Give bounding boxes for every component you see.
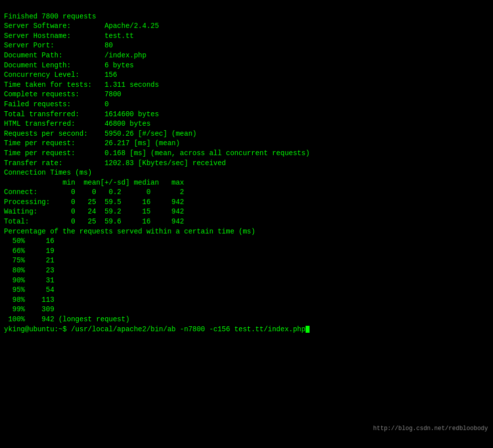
terminal-line: Time taken for tests: 1.311 seconds	[4, 80, 489, 90]
terminal-line: Finished 7800 requests	[4, 12, 489, 22]
prompt-text: yking@ubuntu:~$ /usr/local/apache2/bin/a…	[4, 325, 306, 335]
terminal-line: Complete requests: 7800	[4, 90, 489, 100]
terminal-line: Waiting: 0 24 59.2 15 942	[4, 207, 489, 217]
terminal-line: 75% 21	[4, 256, 489, 266]
watermark: http://blog.csdn.net/redbloobody	[373, 425, 488, 433]
terminal-line: Time per request: 0.168 [ms] (mean, acro…	[4, 149, 489, 159]
terminal-line: 100% 942 (longest request)	[4, 315, 489, 325]
terminal-line: Time per request: 26.217 [ms] (mean)	[4, 139, 489, 149]
terminal-line: Percentage of the requests served within…	[4, 227, 489, 237]
terminal-line: Requests per second: 5950.26 [#/sec] (me…	[4, 129, 489, 139]
terminal-line: Failed requests: 0	[4, 100, 489, 110]
terminal-line: Server Hostname: test.tt	[4, 31, 489, 41]
terminal-line: 90% 31	[4, 276, 489, 286]
terminal-line: 99% 309	[4, 305, 489, 315]
terminal-line: Total: 0 25 59.6 16 942	[4, 217, 489, 227]
terminal-line: 66% 19	[4, 246, 489, 256]
terminal-line: Server Software: Apache/2.4.25	[4, 21, 489, 31]
terminal-line: Processing: 0 25 59.5 16 942	[4, 198, 489, 208]
terminal-line: Total transferred: 1614600 bytes	[4, 110, 489, 120]
prompt-line: yking@ubuntu:~$ /usr/local/apache2/bin/a…	[4, 325, 489, 335]
terminal-line: Connection Times (ms)	[4, 168, 489, 178]
terminal-line: Connect: 0 0 0.2 0 2	[4, 188, 489, 198]
terminal-line: Transfer rate: 1202.83 [Kbytes/sec] rece…	[4, 159, 489, 169]
terminal-line: 98% 113	[4, 295, 489, 305]
terminal-line: Document Length: 6 bytes	[4, 61, 489, 71]
terminal-line: 95% 54	[4, 285, 489, 295]
terminal-output: Finished 7800 requestsServer Software: A…	[4, 2, 489, 325]
cursor	[306, 326, 310, 333]
terminal-line: Concurrency Level: 156	[4, 70, 489, 80]
terminal-line: HTML transferred: 46800 bytes	[4, 119, 489, 129]
terminal-line: 80% 23	[4, 266, 489, 276]
terminal-line: Document Path: /index.php	[4, 51, 489, 61]
terminal-line: 50% 16	[4, 236, 489, 246]
terminal-line: min mean[+/-sd] median max	[4, 178, 489, 188]
terminal-line: Server Port: 80	[4, 41, 489, 51]
